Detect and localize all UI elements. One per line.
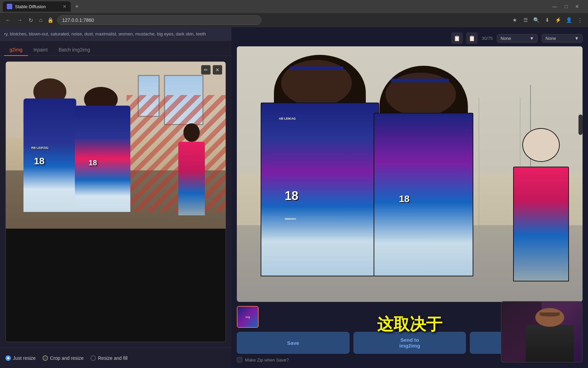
style1-value: None bbox=[501, 36, 511, 41]
p2-jersey-num: 18 bbox=[89, 158, 97, 167]
tab-close-button[interactable]: ✕ bbox=[63, 4, 67, 9]
manga-p2-body: 18 bbox=[374, 113, 473, 276]
close-button[interactable]: ✕ bbox=[572, 2, 583, 11]
new-tab-button[interactable]: + bbox=[72, 2, 82, 11]
settings-icon[interactable]: ⋮ bbox=[576, 16, 584, 24]
main-content: ry, blotches, blown-out, saturated, nois… bbox=[0, 27, 588, 368]
close-image-button[interactable]: ✕ bbox=[213, 65, 222, 75]
window-controls: — □ ✕ bbox=[549, 2, 585, 11]
clipboard-icon-2[interactable]: 📋 bbox=[467, 33, 477, 44]
style2-chevron-icon: ▼ bbox=[574, 36, 579, 41]
crop-and-resize-option[interactable]: Crop and resize bbox=[43, 355, 84, 361]
resize-controls: Just resize Crop and resize Resize and f… bbox=[0, 348, 231, 368]
manga-p3-body bbox=[513, 167, 569, 282]
webcam-person bbox=[526, 308, 574, 362]
manga-p2-head bbox=[385, 72, 457, 117]
p1-jersey-num: 18 bbox=[34, 156, 45, 167]
manga-person1: AB LEIKAG 18 NINKIKU bbox=[254, 59, 386, 277]
style2-dropdown[interactable]: None ▼ bbox=[542, 34, 583, 43]
manga-p3-head bbox=[522, 128, 560, 162]
img2img-tab-bar: g2img Inpaint Batch img2img bbox=[0, 41, 231, 56]
tab-favicon bbox=[7, 4, 12, 9]
home-button[interactable]: ⌂ bbox=[38, 16, 44, 25]
lock-icon: 🔒 bbox=[47, 17, 54, 23]
person2: 18 bbox=[72, 87, 133, 212]
person3 bbox=[175, 123, 208, 215]
reading-list-icon[interactable]: ☰ bbox=[521, 16, 529, 24]
browser-actions: ★ ☰ 🔍 ⬇ ⚡ 👤 ⋮ bbox=[510, 16, 584, 24]
send-to-img2img-button[interactable]: Send to img2img bbox=[354, 332, 466, 354]
negative-prompt-bar: ry, blotches, blown-out, saturated, nois… bbox=[0, 27, 231, 41]
input-image: RB LEIPZIG 18 18 bbox=[6, 62, 226, 229]
thumbnail-1[interactable]: img bbox=[237, 306, 259, 328]
left-panel: ry, blotches, blown-out, saturated, nois… bbox=[0, 27, 231, 368]
webcam-body bbox=[526, 325, 574, 363]
right-panel: 📋 📋 30/75 None ▼ None ▼ bbox=[231, 27, 588, 368]
image-upload-area[interactable]: RB LEIPZIG 18 18 ✏ bbox=[5, 61, 226, 342]
p3-body bbox=[178, 142, 205, 215]
manga-p1-num: 18 bbox=[285, 189, 298, 203]
profile-icon[interactable]: 👤 bbox=[565, 16, 573, 24]
webcam-beard bbox=[540, 312, 560, 316]
manga-p1-headband bbox=[290, 66, 343, 70]
p1-jersey-team: RB LEIPZIG bbox=[31, 146, 49, 150]
image-overlay-controls: ✏ ✕ bbox=[201, 65, 222, 75]
zip-label: Make Zip when Save? bbox=[245, 357, 289, 363]
crop-and-resize-label: Crop and resize bbox=[50, 355, 84, 361]
manga-p1-name: NINKIKU bbox=[285, 217, 296, 220]
style2-value: None bbox=[545, 36, 556, 41]
manga-p2-num: 18 bbox=[399, 194, 409, 204]
just-resize-label: Just resize bbox=[13, 355, 36, 361]
right-scrollbar[interactable] bbox=[578, 114, 583, 135]
generated-image-container: AB LEIKAG 18 NINKIKU 18 bbox=[237, 46, 583, 302]
style1-chevron-icon: ▼ bbox=[529, 36, 534, 41]
address-bar: ← → ↻ ⌂ 🔒 ★ ☰ 🔍 ⬇ ⚡ 👤 ⋮ bbox=[0, 13, 588, 27]
style1-dropdown[interactable]: None ▼ bbox=[497, 34, 538, 43]
tab-title: Stable Diffusion bbox=[15, 4, 46, 9]
p2-body: 18 bbox=[75, 106, 130, 212]
negative-prompt-text: ry, blotches, blown-out, saturated, nois… bbox=[4, 31, 206, 36]
manga-person2: 18 bbox=[368, 72, 479, 276]
edit-image-button[interactable]: ✏ bbox=[201, 65, 211, 75]
manga-p1-head bbox=[280, 59, 353, 107]
manga-person3 bbox=[510, 128, 572, 281]
downloads-icon[interactable]: ⬇ bbox=[543, 16, 551, 24]
refresh-button[interactable]: ↻ bbox=[27, 16, 34, 25]
url-input[interactable] bbox=[57, 15, 261, 25]
browser-tab-stable-diffusion[interactable]: Stable Diffusion ✕ bbox=[3, 1, 71, 12]
tab-batch[interactable]: Batch img2img bbox=[53, 44, 96, 56]
just-resize-radio[interactable] bbox=[5, 355, 11, 361]
bookmark-icon[interactable]: ★ bbox=[510, 16, 519, 24]
zoom-icon[interactable]: 🔍 bbox=[532, 16, 540, 24]
browser-chrome: Stable Diffusion ✕ + — □ ✕ ← → ↻ ⌂ 🔒 ★ ☰… bbox=[0, 0, 588, 27]
crop-and-resize-radio[interactable] bbox=[43, 355, 48, 361]
tab-img2img[interactable]: g2img bbox=[4, 44, 28, 56]
style-counter: 30/75 bbox=[481, 36, 493, 41]
counter-style-row: 📋 📋 30/75 None ▼ None ▼ bbox=[237, 33, 583, 44]
manga-p1-body: AB LEIKAG 18 NINKIKU bbox=[261, 103, 379, 276]
zip-checkbox[interactable] bbox=[237, 357, 242, 363]
tab-inpaint[interactable]: Inpaint bbox=[28, 44, 53, 56]
manga-p1-team-text: AB LEIKAG bbox=[279, 117, 296, 175]
extensions-icon[interactable]: ⚡ bbox=[554, 16, 562, 24]
webcam-head bbox=[535, 308, 564, 327]
webcam-overlay bbox=[501, 301, 583, 363]
minimize-button[interactable]: — bbox=[549, 2, 561, 11]
just-resize-option[interactable]: Just resize bbox=[5, 355, 36, 361]
manga-p2-headband bbox=[391, 79, 449, 82]
restore-button[interactable]: □ bbox=[561, 2, 571, 11]
resize-and-fill-option[interactable]: Resize and fill bbox=[91, 355, 128, 361]
save-button[interactable]: Save bbox=[237, 332, 349, 354]
clipboard-icon-1[interactable]: 📋 bbox=[452, 33, 462, 44]
tab-bar: Stable Diffusion ✕ + — □ ✕ bbox=[0, 0, 588, 13]
back-button[interactable]: ← bbox=[4, 16, 12, 25]
resize-and-fill-label: Resize and fill bbox=[98, 355, 128, 361]
p3-head bbox=[183, 123, 200, 142]
p1-body: RB LEIPZIG 18 bbox=[23, 98, 76, 212]
forward-button[interactable]: → bbox=[16, 16, 24, 25]
resize-and-fill-radio[interactable] bbox=[91, 355, 96, 361]
